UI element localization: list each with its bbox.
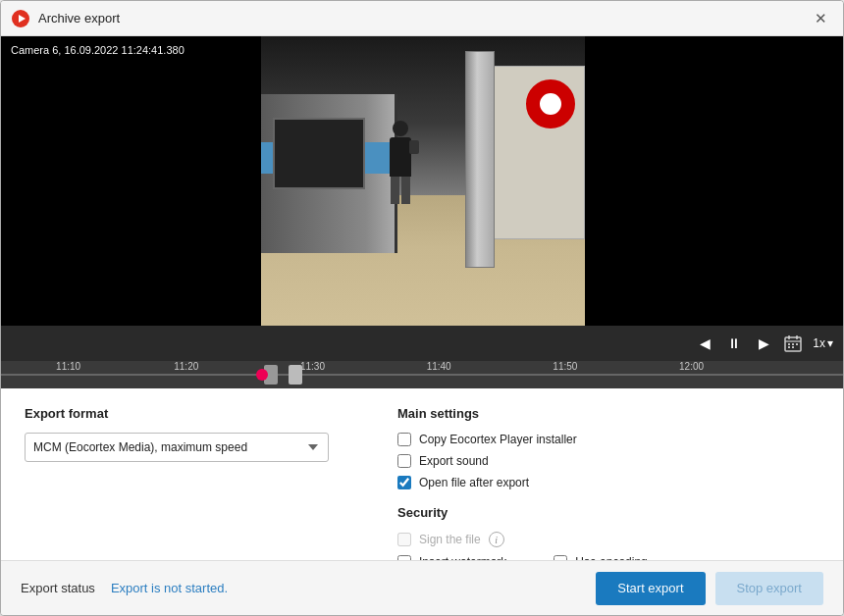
- timeline-label-4: 11:40: [427, 361, 451, 372]
- person-silhouette: [390, 121, 411, 204]
- timeline-label-3: 11:30: [300, 361, 325, 372]
- pillar: [465, 51, 495, 268]
- export-status-value: Export is not started.: [111, 581, 228, 595]
- speed-arrow: ▾: [827, 336, 833, 350]
- timeline-label-2: 11:20: [174, 361, 198, 372]
- format-select[interactable]: MCM (Eocortex Media), maximum speed AVI …: [25, 433, 329, 462]
- person-body: [390, 137, 411, 177]
- play-button[interactable]: ▶: [752, 332, 775, 355]
- open-after-export-label: Open file after export: [419, 476, 529, 489]
- person-bag: [409, 140, 419, 154]
- sign-file-info-icon[interactable]: i: [489, 532, 504, 547]
- svg-rect-8: [788, 346, 790, 348]
- calendar-icon: [784, 334, 802, 352]
- footer: Export status Export is not started. Sta…: [1, 560, 843, 615]
- person-head: [393, 121, 408, 136]
- app-icon: [11, 9, 30, 28]
- format-select-wrapper: MCM (Eocortex Media), maximum speed AVI …: [25, 433, 329, 462]
- person-leg-left: [391, 177, 399, 204]
- sign-file-checkbox[interactable]: [397, 533, 411, 546]
- checkbox-copy-player: Copy Eocortex Player installer: [397, 433, 819, 446]
- video-scene: [261, 36, 585, 326]
- video-area: Camera 6, 16.09.2022 11:24:41.380: [1, 36, 843, 326]
- security-section: Security Sign the file i Insert watermar…: [397, 505, 819, 560]
- stop-export-button[interactable]: Stop export: [715, 572, 824, 605]
- camera-label: Camera 6, 16.09.2022 11:24:41.380: [11, 44, 185, 56]
- svg-rect-7: [792, 343, 794, 345]
- close-button[interactable]: ✕: [808, 6, 833, 31]
- archive-export-window: Archive export ✕ Camera 6, 16.09.2022 11…: [0, 0, 844, 616]
- export-format-title: Export format: [25, 406, 358, 421]
- rewind-button[interactable]: ◀: [693, 332, 716, 355]
- video-canvas: [1, 36, 843, 326]
- timeline[interactable]: 11:10 11:20 11:30 11:40 11:50 12:00: [1, 361, 843, 388]
- start-export-button[interactable]: Start export: [596, 572, 705, 605]
- timeline-track: [1, 374, 843, 376]
- tube-sign-inner: [537, 90, 564, 118]
- timeline-label-5: 11:50: [553, 361, 577, 372]
- copy-player-label: Copy Eocortex Player installer: [419, 433, 577, 446]
- export-sound-checkbox[interactable]: [397, 454, 411, 468]
- person-leg-right: [401, 177, 410, 204]
- export-sound-label: Export sound: [419, 454, 489, 468]
- window-title: Archive export: [38, 11, 808, 26]
- svg-rect-10: [796, 343, 798, 345]
- security-title: Security: [397, 505, 819, 520]
- video-left-dark: [1, 36, 261, 326]
- checkbox-export-sound: Export sound: [397, 454, 819, 468]
- open-after-export-checkbox[interactable]: [397, 476, 411, 489]
- main-settings-title: Main settings: [397, 406, 819, 421]
- sign-file-label: Sign the file: [419, 533, 481, 546]
- train: [261, 94, 397, 253]
- svg-rect-4: [788, 335, 790, 339]
- calendar-button[interactable]: [781, 332, 805, 355]
- timeline-label-1: 11:10: [56, 361, 80, 372]
- checkbox-sign-file: Sign the file i: [397, 532, 819, 547]
- controls-bar: ◀ ⏸ ▶ 1x ▾: [1, 326, 843, 361]
- checkbox-open-after-export: Open file after export: [397, 476, 819, 489]
- settings-right-panel: Main settings Copy Eocortex Player insta…: [397, 406, 819, 550]
- speed-selector[interactable]: 1x ▾: [813, 336, 833, 350]
- settings-left-panel: Export format MCM (Eocortex Media), maxi…: [25, 406, 358, 550]
- person-legs: [390, 177, 411, 204]
- video-right-dark: [583, 36, 843, 326]
- timeline-label-6: 12:00: [679, 361, 704, 372]
- titlebar: Archive export ✕: [1, 1, 843, 36]
- speed-value: 1x: [813, 336, 825, 350]
- timeline-handle-right[interactable]: [289, 365, 302, 385]
- svg-rect-9: [792, 346, 794, 348]
- timeline-cursor[interactable]: [256, 369, 268, 381]
- copy-player-checkbox[interactable]: [397, 433, 411, 446]
- svg-rect-5: [796, 335, 798, 339]
- export-status-label: Export status: [21, 581, 95, 595]
- svg-rect-6: [788, 343, 790, 345]
- settings-area: Export format MCM (Eocortex Media), maxi…: [1, 388, 843, 560]
- pause-button[interactable]: ⏸: [722, 332, 746, 355]
- train-window: [273, 118, 366, 189]
